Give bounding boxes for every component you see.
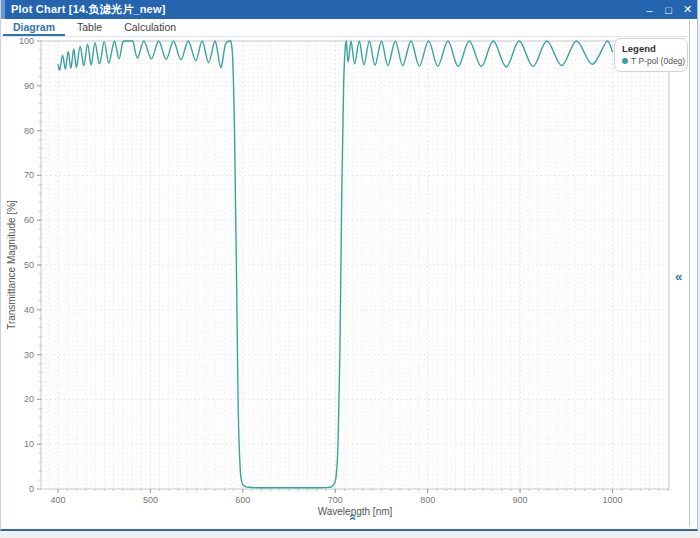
svg-text:80: 80 <box>24 126 34 136</box>
svg-text:40: 40 <box>24 305 34 315</box>
title-bar[interactable]: Plot Chart [14.负滤光片_new] – □ ✕ <box>1 0 697 19</box>
series-swatch-icon <box>622 58 628 64</box>
legend-title: Legend <box>622 43 681 54</box>
side-panel-splitter[interactable] <box>689 20 690 526</box>
chart-area: 0102030405060708090100400500600700800900… <box>1 37 695 528</box>
legend-item: T P-pol (0deg) <box>622 56 681 66</box>
svg-text:0: 0 <box>29 484 34 494</box>
collapse-bottom-icon[interactable]: « <box>347 513 359 520</box>
svg-text:100: 100 <box>19 37 34 46</box>
legend-box: Legend T P-pol (0deg) <box>614 38 688 72</box>
svg-text:50: 50 <box>24 260 34 270</box>
legend-item-label: T P-pol (0deg) <box>631 56 685 66</box>
svg-text:10: 10 <box>24 439 34 449</box>
close-button[interactable]: ✕ <box>678 0 697 19</box>
svg-text:90: 90 <box>24 81 34 91</box>
plot-chart-window: Plot Chart [14.负滤光片_new] – □ ✕ Diagram T… <box>0 0 698 531</box>
svg-text:900: 900 <box>513 495 528 505</box>
svg-text:500: 500 <box>143 495 158 505</box>
svg-text:30: 30 <box>24 350 34 360</box>
window-title: Plot Chart [14.负滤光片_new] <box>5 2 166 17</box>
svg-text:400: 400 <box>50 495 65 505</box>
tab-diagram[interactable]: Diagram <box>3 19 65 36</box>
minimize-button[interactable]: – <box>640 0 659 19</box>
svg-text:700: 700 <box>328 495 343 505</box>
svg-text:60: 60 <box>24 215 34 225</box>
tab-table[interactable]: Table <box>67 19 112 36</box>
svg-text:1000: 1000 <box>602 495 622 505</box>
collapse-right-icon[interactable]: « <box>675 271 682 283</box>
plot-canvas: 0102030405060708090100400500600700800900… <box>1 37 695 528</box>
svg-text:20: 20 <box>24 394 34 404</box>
svg-text:70: 70 <box>24 170 34 180</box>
tab-bar: Diagram Table Calculation <box>1 19 687 37</box>
tab-calculation[interactable]: Calculation <box>114 19 186 36</box>
svg-text:600: 600 <box>235 495 250 505</box>
window-controls: – □ ✕ <box>640 0 697 19</box>
svg-text:Transmittance Magnitude [%]: Transmittance Magnitude [%] <box>6 200 17 330</box>
maximize-button[interactable]: □ <box>659 0 678 19</box>
svg-text:800: 800 <box>420 495 435 505</box>
